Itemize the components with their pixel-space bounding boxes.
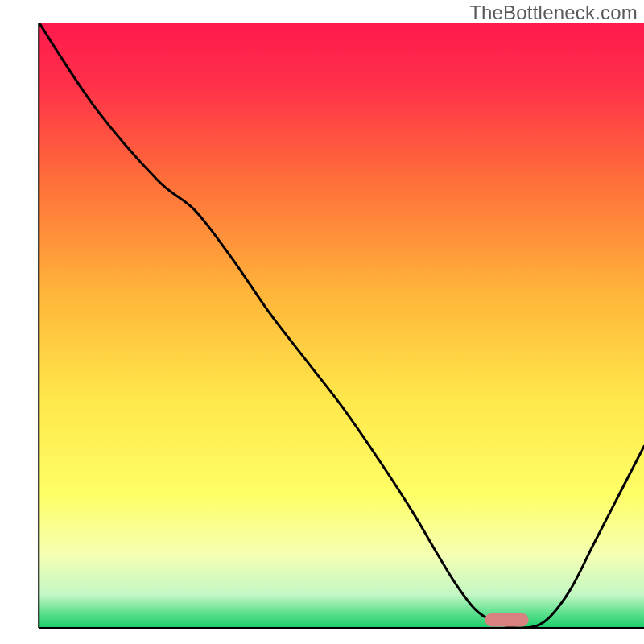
bottleneck-chart <box>0 0 644 644</box>
optimal-marker <box>485 613 528 627</box>
chart-container: TheBottleneck.com <box>0 0 644 644</box>
gradient-background <box>39 23 644 628</box>
